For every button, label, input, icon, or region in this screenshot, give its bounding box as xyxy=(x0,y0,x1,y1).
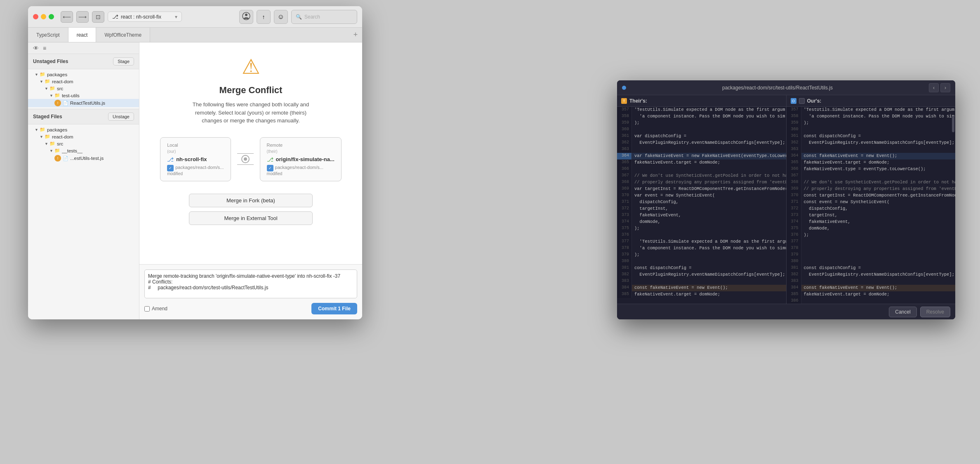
local-path: packages/react-dom/s... xyxy=(175,165,224,170)
commit-button[interactable]: Commit 1 File xyxy=(311,303,357,314)
tree-item-label: packages xyxy=(47,72,67,77)
remote-status: modified xyxy=(267,171,335,176)
title-bar: ⟵ ⟶ ⊡ ⎇ react : nh-scroll-fix ▾ xyxy=(28,6,362,28)
amend-checkbox-row: Amend xyxy=(144,306,167,312)
diff-line: 381 const dispatchConfig = xyxy=(787,265,956,272)
list-item[interactable]: ▼ 📁 packages xyxy=(28,71,139,78)
theirs-code-area[interactable]: 357 'TestUtils.Simulate expected a DOM n… xyxy=(617,107,786,304)
diff-line: 360 xyxy=(617,127,786,133)
diff-line: 378 xyxy=(787,245,956,252)
remote-sub: (their) xyxy=(267,149,335,154)
close-button[interactable] xyxy=(33,14,38,19)
unstaged-title: Unstaged Files xyxy=(33,59,113,64)
commit-footer: Amend Commit 1 File xyxy=(144,303,357,314)
diff-line: 371 dispatchConfig, xyxy=(617,199,786,206)
unstage-all-button[interactable]: Unstage xyxy=(108,112,134,121)
list-item[interactable]: ▼ 📁 src xyxy=(28,85,139,92)
tab-react[interactable]: react xyxy=(68,28,97,42)
list-item[interactable]: ▼ 📁 react-dom xyxy=(28,133,139,140)
list-item[interactable]: ▼ 📁 test-utils xyxy=(28,92,139,99)
commit-message-input[interactable]: Merge remote-tracking branch 'origin/fix… xyxy=(144,269,357,298)
list-item[interactable]: ! 📄 ReactTestUtils.js xyxy=(28,99,139,107)
resolve-button[interactable]: Resolve xyxy=(920,307,950,317)
connector-line-right xyxy=(237,164,254,165)
diff-line: 380 xyxy=(787,258,956,265)
diff-prev-button[interactable]: ‹ xyxy=(929,83,939,92)
diff-line: 372 targetInst, xyxy=(617,206,786,212)
folder-icon: 📁 xyxy=(40,72,45,77)
chevron-down-icon: ▼ xyxy=(49,94,53,98)
tree-item-label: packages xyxy=(47,127,67,132)
tab-wpfofficetheme[interactable]: WpfOfficeTheme xyxy=(96,28,150,42)
list-item[interactable]: ▼ 📁 __tests__ xyxy=(28,147,139,154)
ours-checkbox[interactable] xyxy=(799,98,805,104)
traffic-lights xyxy=(33,14,54,19)
tab-typescript[interactable]: TypeScript xyxy=(28,28,68,42)
merge-fork-button[interactable]: Merge in Fork (beta) xyxy=(189,194,313,207)
eye-icon[interactable]: 👁 xyxy=(33,45,39,52)
forward-button[interactable]: ⟶ xyxy=(76,11,89,23)
diff-line: 375 ); xyxy=(617,225,786,232)
diff-line: 376 xyxy=(617,232,786,239)
maximize-button[interactable] xyxy=(49,14,54,19)
diff-line: 366 xyxy=(617,166,786,173)
svg-point-1 xyxy=(245,14,247,16)
local-branch-name: nh-scroll-fix xyxy=(176,156,207,162)
diff-line: 379 xyxy=(787,252,956,258)
search-icon: 🔍 xyxy=(296,14,302,20)
diff-line: 366 fakeNativeEvent.type = eventType.toL… xyxy=(787,166,956,173)
search-input[interactable]: 🔍 Search xyxy=(291,10,357,24)
amend-label: Amend xyxy=(152,306,167,312)
minimize-button[interactable] xyxy=(41,14,46,19)
list-icon[interactable]: ≡ xyxy=(43,45,46,52)
amend-checkbox[interactable] xyxy=(144,306,150,312)
scrollbar-thumb[interactable] xyxy=(952,116,954,132)
diff-line: 369 var targetInst = ReactDOMComponentTr… xyxy=(617,186,786,192)
unstaged-header: Unstaged Files Stage xyxy=(28,54,139,69)
ours-icon: O xyxy=(791,98,796,104)
remote-path: packages/react-dom/s... xyxy=(275,165,323,170)
branch-arrow-icon: ▾ xyxy=(175,14,177,20)
diff-line: 384 const fakeNativeEvent = new Event(); xyxy=(617,285,786,291)
stage-all-button[interactable]: Stage xyxy=(113,57,134,66)
ours-label: Our's: xyxy=(807,98,822,104)
diff-line: 358 'a component instance. Pass the DOM … xyxy=(617,113,786,120)
diff-line: 359 ); xyxy=(617,120,786,127)
folder-icon: 📁 xyxy=(49,141,55,146)
diff-line: 372 dispatchConfig, xyxy=(787,206,956,212)
diff-line: 382 EventPluginRegistry.eventNameDispatc… xyxy=(787,272,956,278)
tree-item-label: __tests__ xyxy=(62,148,82,153)
chevron-down-icon: ▼ xyxy=(45,142,48,146)
github-button[interactable] xyxy=(239,10,253,24)
back-button[interactable]: ⟵ xyxy=(61,11,73,23)
history-button[interactable]: ⊡ xyxy=(92,11,104,23)
share-button[interactable]: ↑ xyxy=(257,10,271,24)
conflict-badge: ! xyxy=(54,100,61,106)
branch-icon: ⎇ xyxy=(112,14,118,20)
diff-line: 364 const fakeNativeEvent = new Event(); xyxy=(787,153,956,159)
add-tab-button[interactable]: + xyxy=(349,28,362,42)
local-sub: (our) xyxy=(167,149,224,154)
diff-line: 357 'TestUtils.Simulate expected a DOM n… xyxy=(617,107,786,113)
diff-line: 371 const event = new SyntheticEvent( xyxy=(787,199,956,206)
emoji-button[interactable]: ☺ xyxy=(274,10,288,24)
diff-line: 358 'a component instance. Pass the DOM … xyxy=(787,113,956,120)
conflict-description: The following files were changed both lo… xyxy=(185,101,317,125)
diff-line: 361 const dispatchConfig = xyxy=(787,133,956,140)
cancel-button[interactable]: Cancel xyxy=(889,307,916,317)
ours-code-area[interactable]: 357 'TestUtils.Simulate expected a DOM n… xyxy=(787,107,956,304)
list-item[interactable]: ! 📄 ...estUtils-test.js xyxy=(28,154,139,162)
tree-item-label: src xyxy=(57,141,63,146)
list-item[interactable]: ▼ 📁 packages xyxy=(28,126,139,133)
merge-external-button[interactable]: Merge in External Tool xyxy=(189,211,313,225)
local-branch-icon: ⎇ xyxy=(167,156,174,163)
folder-icon: 📁 xyxy=(45,79,50,84)
diff-next-button[interactable]: › xyxy=(940,83,950,92)
list-item[interactable]: ▼ 📁 src xyxy=(28,140,139,147)
chevron-down-icon: ▼ xyxy=(45,87,48,91)
diff-line: 377 'TestUtils.Simulate expected a DOM n… xyxy=(617,239,786,245)
theirs-label: Their's: xyxy=(629,98,647,104)
list-item[interactable]: ▼ 📁 react-dom xyxy=(28,78,139,85)
branch-selector[interactable]: ⎇ react : nh-scroll-fix ▾ xyxy=(108,12,182,22)
diff-line: 357 'TestUtils.Simulate expected a DOM n… xyxy=(787,107,956,113)
